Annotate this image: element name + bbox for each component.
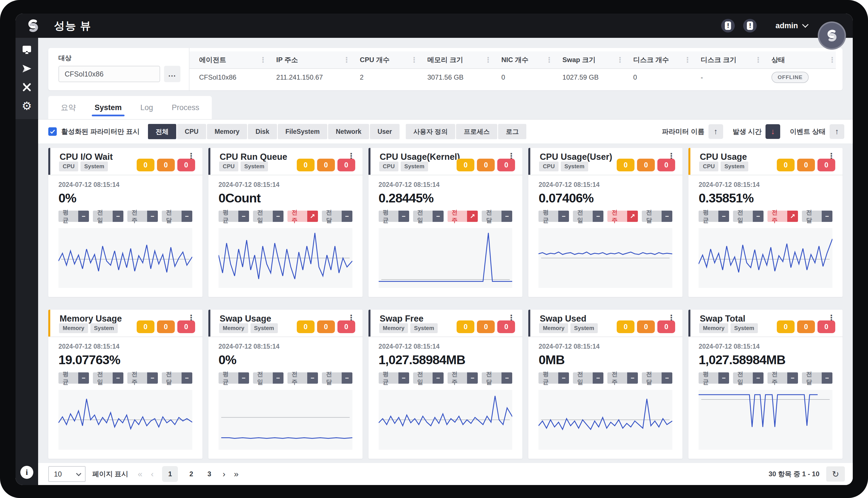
delta-label: 평균 <box>58 211 78 222</box>
filter-button[interactable]: Disk <box>248 124 277 139</box>
sort-desc-button[interactable]: ↓ <box>765 124 780 139</box>
pager-prev-icon[interactable]: ‹ <box>151 470 154 478</box>
warning-badge: 0 <box>137 159 155 171</box>
alert-icon-2[interactable]: ! <box>743 19 757 32</box>
tab-process[interactable]: Process <box>171 96 200 119</box>
pagination-summary: 30 항목 중 1 - 10 <box>768 470 819 479</box>
delta-flat: 전달− <box>162 372 192 384</box>
event-count-badges: 000 <box>297 320 355 333</box>
sidebar-item-monitor[interactable] <box>18 42 36 58</box>
page-number[interactable]: 3 <box>205 470 214 478</box>
sidebar-item-send[interactable] <box>18 61 36 77</box>
column-kebab-icon[interactable]: ⋮ <box>343 56 350 64</box>
sort-asc-button[interactable]: ↑ <box>709 124 723 139</box>
card-header: CPU Usage(User)⋮CPUSystem000 <box>528 148 683 175</box>
critical-badge: 0 <box>497 159 515 171</box>
target-label: 대상 <box>58 54 182 62</box>
user-menu[interactable]: admin <box>775 22 807 30</box>
alert-icon[interactable]: ! <box>721 19 735 32</box>
info-icon[interactable]: i <box>20 466 33 479</box>
delta-flat: 전달− <box>322 211 352 222</box>
delta-flat: 전일− <box>573 211 603 222</box>
sidebar-item-settings[interactable]: ⚙ <box>18 98 36 114</box>
pagination-bar: 10 페이지 표시 «‹123›» 30 항목 중 1 - 10 ↻ <box>38 463 853 485</box>
filter-button[interactable]: 프로세스 <box>456 124 497 139</box>
sparkline-chart <box>538 390 672 450</box>
card-title: CPU Usage(User) <box>540 152 612 162</box>
target-input[interactable] <box>58 66 160 82</box>
trend-up-icon: ↗ <box>787 211 798 222</box>
delta-flat: 전일− <box>573 372 603 384</box>
sidebar-item-tools[interactable] <box>18 79 36 95</box>
delta-label: 전달 <box>802 372 822 384</box>
event-count-badges: 000 <box>137 159 195 171</box>
metric-timestamp: 2024-07-12 08:15:14 <box>538 343 672 350</box>
delta-label: 전달 <box>162 372 182 384</box>
delta-flat: 전일− <box>253 211 284 222</box>
column-label: NIC 개수 <box>501 55 528 64</box>
table-header-row: 에이전트⋮IP 주소⋮CPU 개수⋮메모리 크기⋮NIC 개수⋮Swap 크기⋮… <box>189 51 836 68</box>
minus-icon: − <box>718 211 729 222</box>
column-kebab-icon[interactable]: ⋮ <box>410 56 418 64</box>
chevron-down-icon <box>76 471 81 476</box>
column-kebab-icon[interactable]: ⋮ <box>616 56 623 64</box>
major-badge: 0 <box>637 159 655 171</box>
sort-asc-button[interactable]: ↑ <box>830 124 844 139</box>
column-header: 메모리 크기⋮ <box>418 55 492 64</box>
event-count-badges: 000 <box>777 159 835 171</box>
tab-요약[interactable]: 요약 <box>60 96 77 119</box>
page-size-select[interactable]: 10 <box>48 466 86 482</box>
column-kebab-icon[interactable]: ⋮ <box>828 56 836 64</box>
metric-timestamp: 2024-07-12 08:15:14 <box>379 343 513 350</box>
delta-label: 평균 <box>379 211 398 222</box>
pager-next-icon[interactable]: › <box>223 470 225 478</box>
filter-button[interactable]: 사용자 정의 <box>406 124 455 139</box>
tag-pill: System <box>721 161 748 171</box>
card-header: CPU Usage(Kernel)⋮CPUSystem000 <box>368 148 523 175</box>
metric-card: CPU Usage⋮CPUSystem0002024-07-12 08:15:1… <box>688 148 843 297</box>
sparkline-chart <box>219 390 352 450</box>
card-body: 2024-07-12 08:15:140.35851%평균−전일−전주↗전달− <box>688 175 843 288</box>
refresh-button[interactable]: ↻ <box>826 467 845 482</box>
filter-button[interactable]: Network <box>328 124 369 139</box>
filter-button[interactable]: 전체 <box>148 124 176 139</box>
sparkline-chart <box>699 390 832 450</box>
column-kebab-icon[interactable]: ⋮ <box>754 56 762 64</box>
metric-card: CPU I/O Wait⋮CPUSystem0002024-07-12 08:1… <box>48 148 202 297</box>
delta-label: 전일 <box>573 372 593 384</box>
minus-icon: − <box>787 372 798 384</box>
column-kebab-icon[interactable]: ⋮ <box>684 56 691 64</box>
delta-label: 전주 <box>607 211 627 222</box>
metric-value: 0Count <box>219 191 352 206</box>
delta-label: 전주 <box>287 372 307 384</box>
minus-icon: − <box>558 372 569 384</box>
tab-log[interactable]: Log <box>139 96 154 119</box>
pager-last-icon[interactable]: » <box>234 470 239 478</box>
column-kebab-icon[interactable]: ⋮ <box>545 56 553 64</box>
sort-control: 파라미터 이름↑ <box>662 124 723 139</box>
filter-button[interactable]: CPU <box>177 124 206 139</box>
checkbox-label: 활성화된 파라미터만 표시 <box>61 127 140 136</box>
page-number[interactable]: 1 <box>162 466 178 482</box>
tab-system[interactable]: System <box>93 96 123 119</box>
filter-button[interactable]: Memory <box>207 124 247 139</box>
filter-button[interactable]: FileSystem <box>278 124 327 139</box>
column-kebab-icon[interactable]: ⋮ <box>484 56 491 64</box>
pager-first-icon[interactable]: « <box>138 470 143 478</box>
tag-pill: System <box>90 323 118 333</box>
card-title: CPU Usage(Kernel) <box>380 152 460 162</box>
minus-icon: − <box>558 211 569 222</box>
avatar[interactable] <box>818 22 846 50</box>
target-more-button[interactable]: ... <box>164 66 181 82</box>
delta-flat: 전달− <box>642 372 672 384</box>
filter-button[interactable]: User <box>370 124 399 139</box>
active-params-checkbox[interactable] <box>48 127 57 136</box>
page-number[interactable]: 2 <box>186 470 196 478</box>
card-title: CPU Run Queue <box>220 152 287 162</box>
delta-flat: 평균− <box>379 372 409 384</box>
minus-icon: − <box>501 372 512 384</box>
card-body: 2024-07-12 08:15:140.28445%평균−전일−전주↗전달− <box>368 175 523 288</box>
column-kebab-icon[interactable]: ⋮ <box>259 56 266 64</box>
filter-button[interactable]: 로그 <box>498 124 526 139</box>
minus-icon: − <box>822 372 832 384</box>
